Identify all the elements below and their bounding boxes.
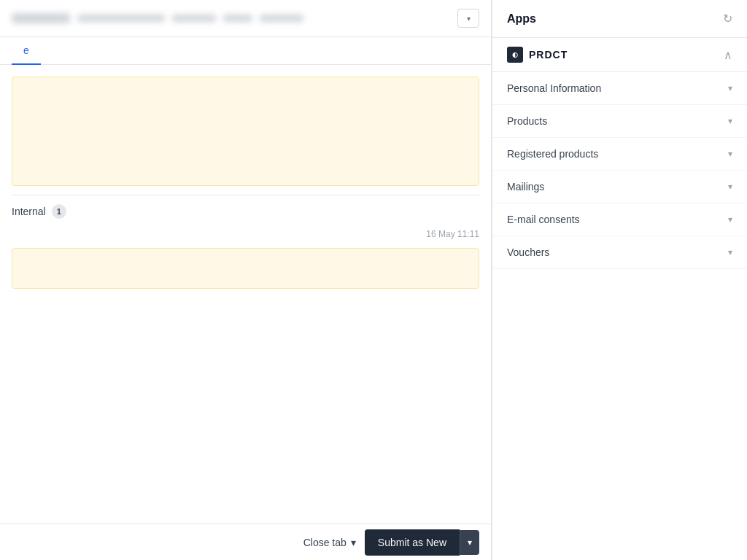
chevron-down-icon: ▾	[728, 214, 732, 225]
menu-item-label: Mailings	[507, 181, 544, 192]
yellow-box-main	[12, 77, 479, 186]
bottom-bar: Close tab ▾ Submit as New ▾	[0, 524, 491, 560]
blurred-title	[12, 13, 70, 23]
chevron-down-icon: ▾	[728, 182, 732, 192]
close-tab-chevron-icon: ▾	[351, 537, 356, 548]
submit-group: Submit as New ▾	[365, 529, 479, 556]
menu-item-mailings[interactable]: Mailings ▾	[492, 171, 747, 203]
submit-dropdown-button[interactable]: ▾	[460, 530, 479, 555]
menu-item-label: Products	[507, 115, 547, 127]
top-bar: ▾	[0, 0, 491, 37]
blurred-text-2	[223, 15, 252, 22]
left-panel: ▾ e Internal 1 16 May 11:11 Close tab ▾	[0, 0, 492, 560]
blurred-text-3	[260, 15, 303, 22]
internal-label: Internal 1	[12, 204, 479, 219]
top-bar-dropdown-button[interactable]: ▾	[457, 9, 479, 28]
chevron-down-icon: ▾	[728, 149, 732, 159]
apps-title: Apps	[507, 12, 536, 26]
menu-item-personal-information[interactable]: Personal Information ▾	[492, 72, 747, 105]
prdct-name: PRDCT	[529, 49, 568, 61]
menu-item-label: Registered products	[507, 148, 598, 160]
chevron-down-icon: ▾	[728, 247, 732, 257]
chevron-down-icon: ▾	[728, 116, 732, 126]
blurred-text-1	[172, 15, 216, 22]
apps-sidebar: Apps ↻ ◐ PRDCT ∧ Personal Information ▾ …	[492, 0, 747, 560]
tab-bar: e	[0, 37, 491, 65]
submit-as-new-button[interactable]: Submit as New	[365, 529, 460, 556]
apps-header: Apps ↻	[492, 0, 747, 38]
chevron-down-icon: ▾	[728, 83, 732, 93]
close-tab-button[interactable]: Close tab ▾	[295, 531, 365, 554]
prdct-chevron-up-icon[interactable]: ∧	[724, 48, 732, 62]
yellow-box-secondary	[12, 248, 479, 289]
prdct-menu-items: Personal Information ▾ Products ▾ Regist…	[492, 72, 747, 269]
close-tab-label: Close tab	[303, 537, 347, 548]
menu-item-label: Personal Information	[507, 82, 601, 94]
tab-item-active[interactable]: e	[12, 37, 41, 65]
content-area: Internal 1 16 May 11:11	[0, 65, 491, 524]
panel-spacer	[492, 269, 747, 560]
internal-badge: 1	[52, 204, 66, 219]
menu-item-vouchers[interactable]: Vouchers ▾	[492, 236, 747, 269]
top-bar-blurred-content	[12, 13, 303, 23]
prdct-header[interactable]: ◐ PRDCT ∧	[492, 38, 747, 72]
menu-item-label: E-mail consents	[507, 214, 580, 225]
internal-section: Internal 1	[12, 195, 479, 223]
menu-item-email-consents[interactable]: E-mail consents ▾	[492, 203, 747, 236]
timestamp: 16 May 11:11	[12, 223, 479, 242]
menu-item-products[interactable]: Products ▾	[492, 105, 747, 138]
blurred-subtitle	[77, 15, 165, 22]
prdct-left: ◐ PRDCT	[507, 47, 568, 63]
menu-item-label: Vouchers	[507, 246, 549, 258]
menu-item-registered-products[interactable]: Registered products ▾	[492, 138, 747, 171]
refresh-icon[interactable]: ↻	[723, 12, 732, 26]
internal-text: Internal	[12, 206, 46, 217]
prdct-logo: ◐	[507, 47, 523, 63]
